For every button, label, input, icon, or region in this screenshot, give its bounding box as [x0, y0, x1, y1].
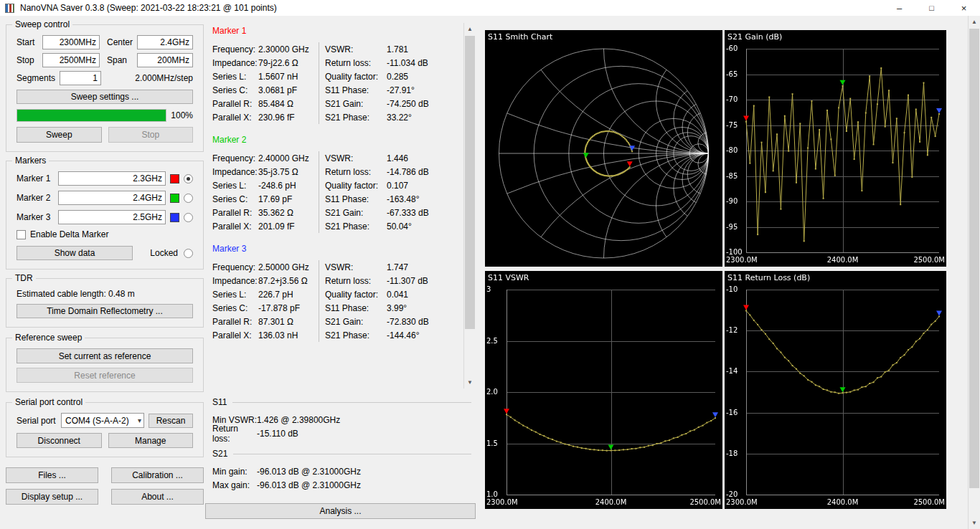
marker-data-value: 1.446 — [387, 153, 408, 163]
marker-3-color-button[interactable] — [170, 213, 179, 222]
cable-length-text: Estimated cable length: 0.48 m — [17, 289, 193, 299]
reset-reference-button[interactable]: Reset reference — [17, 368, 193, 383]
marker-data-value: 0.107 — [387, 181, 408, 191]
marker-3-select-radio[interactable] — [184, 213, 193, 222]
marker-data-row: S21 Phase:50.04° — [325, 219, 462, 233]
sweep-button[interactable]: Sweep — [17, 127, 102, 143]
minimize-button[interactable]: – — [883, 0, 915, 16]
marker-data-label: Parallel R: — [212, 317, 258, 327]
s21-summary-section: S21 Min gain: -96.013 dB @ 2.31000GHz Ma… — [205, 449, 476, 492]
files-button[interactable]: Files ... — [6, 467, 98, 483]
window-scroll-up-arrow-icon[interactable]: ▲ — [969, 16, 980, 28]
marker-data-row: S21 Gain:-72.830 dB — [325, 315, 462, 328]
scrollbar-track[interactable] — [464, 35, 476, 376]
sweep-settings-button[interactable]: Sweep settings ... — [17, 90, 193, 104]
marker-3-frequency-input[interactable] — [58, 210, 166, 224]
marker-data-value: 2.30000 GHz — [258, 44, 309, 54]
marker-1-color-button[interactable] — [170, 174, 179, 184]
segments-input[interactable] — [60, 71, 101, 85]
start-input[interactable] — [42, 35, 100, 49]
marker-data-value: 0.041 — [387, 290, 408, 300]
maximize-button[interactable]: □ — [915, 0, 948, 16]
marker-data-row: S11 Phase:-27.91° — [325, 83, 462, 97]
s11-smith-chart[interactable] — [485, 30, 722, 267]
marker-1-select-radio[interactable] — [184, 174, 193, 184]
marker-data-label: Impedance: — [212, 167, 258, 177]
marker-data-value: 33.22° — [387, 113, 412, 123]
marker-data-right-column: VSWR:1.446Return loss:-14.786 dBQuality … — [319, 151, 462, 233]
segments-label: Segments — [17, 73, 55, 83]
marker-data-row: S21 Gain:-74.250 dB — [325, 97, 462, 110]
min-gain-value: -96.013 dB @ 2.31000GHz — [257, 467, 361, 477]
marker-data-label: S21 Gain: — [325, 208, 387, 218]
marker-data-row: Parallel X:136.03 nH — [212, 328, 319, 342]
manage-button[interactable]: Manage — [108, 433, 194, 448]
locked-label: Locked — [150, 248, 178, 258]
scroll-down-arrow-icon[interactable]: ▼ — [464, 376, 476, 389]
calibration-button[interactable]: Calibration ... — [111, 467, 204, 483]
display-setup-button[interactable]: Display setup ... — [6, 489, 98, 505]
marker-data-row: Quality factor:0.285 — [325, 70, 462, 83]
s21-gain-chart[interactable] — [725, 30, 946, 267]
serial-port-label: Serial port — [17, 416, 57, 426]
marker-1-frequency-input[interactable] — [58, 171, 166, 186]
window-controls: – □ × — [883, 0, 980, 16]
return-loss-value: -15.110 dB — [257, 429, 298, 439]
analysis-button[interactable]: Analysis ... — [205, 503, 476, 519]
window-scrollbar-track[interactable] — [969, 28, 980, 517]
stop-input[interactable] — [42, 53, 100, 67]
set-current-as-reference-button[interactable]: Set current as reference — [17, 348, 193, 363]
close-button[interactable]: × — [948, 0, 980, 16]
scroll-up-arrow-icon[interactable]: ▲ — [464, 23, 476, 35]
marker-data-label: Impedance: — [212, 276, 258, 286]
window-scroll-down-arrow-icon[interactable]: ▼ — [969, 517, 980, 529]
window-scrollbar[interactable]: ▲ ▼ — [968, 16, 980, 529]
s11-return-loss-chart[interactable] — [725, 271, 946, 509]
time-domain-reflectometry-button[interactable]: Time Domain Reflectometry ... — [17, 304, 193, 318]
rescan-button[interactable]: Rescan — [149, 414, 193, 428]
reference-sweep-group: Reference sweep Set current as reference… — [6, 338, 204, 392]
stop-button[interactable]: Stop — [108, 127, 194, 143]
delta-marker-checkbox[interactable] — [17, 230, 26, 239]
marker-label: Marker 1 — [17, 173, 54, 184]
titlebar: NanoVNA Saver 0.3.8 (Sweep: 2021-03-22 1… — [0, 0, 980, 16]
sweep-progress-bar — [17, 109, 166, 122]
min-gain-label: Min gain: — [212, 467, 257, 477]
marker-data-value: -17.878 pF — [258, 303, 300, 313]
marker-data-row: Series L:1.5607 nH — [212, 70, 319, 83]
marker-data-row: S21 Phase:33.22° — [325, 110, 462, 124]
marker-2-frequency-input[interactable] — [58, 191, 166, 205]
marker-data-row: Parallel R:35.362 Ω — [212, 206, 319, 219]
center-input[interactable] — [137, 35, 193, 49]
serial-port-select[interactable]: COM4 (S-A-A-2) ▾ — [61, 413, 144, 428]
marker-data-row: Parallel R:85.484 Ω — [212, 97, 319, 110]
marker-data-label: S11 Phase: — [325, 85, 387, 95]
marker-row: Marker 3 — [17, 210, 193, 224]
center-label: Center — [103, 37, 134, 47]
enable-delta-marker-row[interactable]: Enable Delta Marker — [17, 229, 193, 239]
marker-data-value: 1.5607 nH — [258, 72, 298, 82]
s11-section-title: S11 — [212, 397, 227, 407]
marker-data-value: 2.40000 GHz — [258, 153, 309, 163]
s11-vswr-chart[interactable] — [485, 271, 722, 509]
marker-2-color-button[interactable] — [170, 194, 179, 203]
marker-data-value: -27.91° — [387, 85, 415, 95]
about-button[interactable]: About ... — [111, 489, 204, 505]
locked-radio[interactable] — [184, 249, 193, 258]
marker-data-label: Frequency: — [212, 262, 258, 272]
marker-data-label: Impedance: — [212, 58, 258, 68]
disconnect-button[interactable]: Disconnect — [17, 433, 102, 448]
marker-2-select-radio[interactable] — [184, 194, 193, 203]
scrollbar-thumb[interactable] — [465, 36, 475, 329]
marker-panel-scrollbar[interactable]: ▲ ▼ — [463, 23, 476, 389]
charts-area — [485, 30, 946, 509]
marker-data-panel: Marker 3 Frequency:2.50000 GHzImpedance:… — [212, 244, 462, 342]
span-input[interactable] — [137, 53, 193, 67]
markers-group-title: Markers — [12, 156, 49, 166]
marker-data-row: Series C:-17.878 pF — [212, 301, 319, 315]
marker-data-scroll-area: Marker 1 Frequency:2.30000 GHzImpedance:… — [205, 23, 476, 389]
window-scrollbar-thumb[interactable] — [969, 29, 979, 488]
show-data-button[interactable]: Show data — [17, 246, 133, 260]
marker-data-value: 201.09 fF — [258, 221, 295, 232]
marker-row: Marker 1 — [17, 171, 193, 186]
